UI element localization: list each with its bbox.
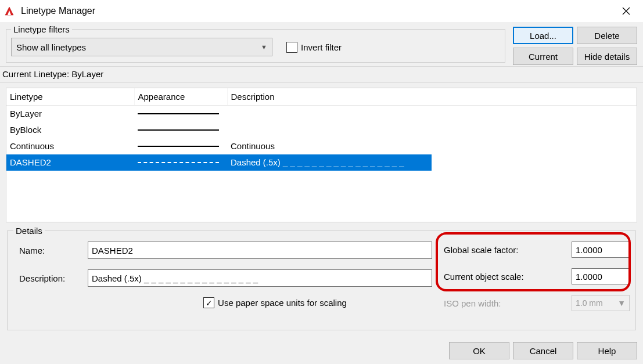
hide-details-button[interactable]: Hide details: [577, 48, 637, 65]
linetype-filters-group: Linetype filters Show all linetypes ▼ In…: [6, 24, 505, 63]
iso-pen-label: ISO pen width:: [444, 298, 501, 308]
invert-filter-label: Invert filter: [301, 42, 342, 52]
cell-spacer: [432, 154, 636, 171]
iso-pen-value: 1.0 mm: [576, 298, 603, 308]
checkbox-box: ✓: [203, 297, 214, 308]
name-input[interactable]: [88, 242, 432, 259]
invert-filter-checkbox[interactable]: Invert filter: [286, 42, 342, 53]
col-appearance[interactable]: Appearance: [134, 88, 227, 106]
cell-appearance: [134, 138, 227, 154]
checkbox-box: [286, 42, 297, 53]
cell-spacer: [432, 106, 636, 122]
cell-description: [227, 106, 432, 122]
details-group: Details Name: Description: ✓ Use paper: [7, 226, 636, 330]
description-label: Description:: [13, 273, 83, 283]
set-current-button[interactable]: Current: [513, 48, 573, 65]
filter-combo[interactable]: Show all linetypes ▼: [11, 38, 272, 56]
titlebar: Linetype Manager: [0, 0, 643, 22]
details-legend: Details: [13, 226, 45, 236]
table-row[interactable]: ByLayer: [6, 106, 637, 122]
table-row[interactable]: ByBlock: [6, 122, 637, 138]
linetype-table[interactable]: Linetype Appearance Description ByLayerB…: [6, 88, 637, 222]
description-input[interactable]: [88, 269, 432, 287]
paperspace-checkbox[interactable]: ✓ Use paper space units for scaling: [203, 297, 347, 308]
cell-spacer: [432, 122, 636, 138]
help-button[interactable]: Help: [577, 342, 637, 359]
cell-linetype: ByBlock: [6, 122, 134, 138]
col-description[interactable]: Description: [227, 88, 637, 106]
solid-line-icon: [138, 113, 219, 114]
linetype-manager-dialog: Linetype Manager Linetype filters Show a…: [0, 0, 643, 364]
top-buttons: Load... Delete Current Hide details: [513, 27, 637, 65]
delete-button[interactable]: Delete: [577, 27, 637, 44]
cell-appearance: [134, 154, 227, 171]
load-button[interactable]: Load...: [513, 27, 573, 44]
iso-pen-combo: 1.0 mm ▼: [572, 295, 630, 311]
cell-linetype: DASHED2: [6, 154, 134, 171]
table-row[interactable]: ContinuousContinuous: [6, 138, 637, 154]
window-title: Linetype Manager: [21, 6, 613, 16]
table-row[interactable]: DASHED2Dashed (.5x) _ _ _ _ _ _ _ _ _ _ …: [6, 154, 637, 171]
cell-description: Dashed (.5x) _ _ _ _ _ _ _ _ _ _ _ _ _ _…: [227, 154, 432, 171]
filter-combo-value: Show all linetypes: [16, 42, 86, 52]
solid-line-icon: [138, 146, 219, 147]
cell-linetype: ByLayer: [6, 106, 134, 122]
solid-line-icon: [138, 129, 219, 131]
cell-description: [227, 122, 432, 138]
current-linetype-label: Current Linetype: ByLayer: [0, 66, 643, 83]
dialog-footer: OK Cancel Help: [449, 342, 637, 359]
object-scale-label: Current object scale:: [444, 272, 524, 282]
table-header-row: Linetype Appearance Description: [6, 88, 637, 106]
ok-button[interactable]: OK: [449, 342, 509, 359]
cell-appearance: [134, 106, 227, 122]
cancel-button[interactable]: Cancel: [513, 342, 573, 359]
name-label: Name:: [13, 246, 83, 255]
dashed-line-icon: [138, 162, 219, 163]
cell-description: Continuous: [227, 138, 432, 154]
cell-spacer: [432, 138, 636, 154]
filters-legend: Linetype filters: [11, 24, 72, 34]
close-button[interactable]: [613, 2, 640, 20]
object-scale-input[interactable]: [572, 268, 630, 284]
cell-appearance: [134, 122, 227, 138]
chevron-down-icon: ▼: [617, 298, 626, 308]
col-linetype[interactable]: Linetype: [6, 88, 134, 106]
chevron-down-icon: ▼: [261, 44, 267, 51]
global-scale-input[interactable]: [572, 242, 630, 258]
app-logo-icon: [3, 5, 15, 17]
paperspace-label: Use paper space units for scaling: [218, 298, 347, 308]
global-scale-label: Global scale factor:: [444, 245, 518, 255]
cell-linetype: Continuous: [6, 138, 134, 154]
